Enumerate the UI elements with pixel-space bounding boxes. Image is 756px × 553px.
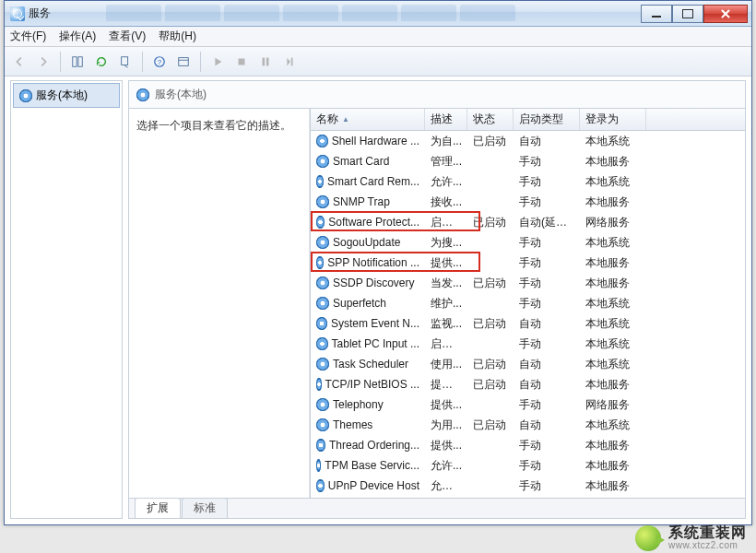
service-row[interactable]: UPnP Device Host允许 ...手动本地服务 [311,476,745,496]
gear-icon [136,88,149,101]
service-row[interactable]: Tablet PC Input ...启用 ...手动本地系统 [311,334,745,354]
menu-file[interactable]: 文件(F) [10,29,46,44]
gear-icon [316,195,329,208]
column-description[interactable]: 描述 [425,109,467,130]
service-row[interactable]: Themes为用...已启动自动本地系统 [311,415,745,435]
service-description: 启用 ... [425,336,467,352]
back-button [8,51,30,73]
service-row[interactable]: SNMP Trap接收...手动本地服务 [311,192,745,212]
service-row[interactable]: SogouUpdate为搜...手动本地系统 [311,232,745,253]
service-startup: 手动 [514,174,580,190]
service-startup: 自动 [514,418,580,433]
service-startup: 手动 [514,154,580,170]
svg-rect-0 [73,56,77,66]
service-name: Software Protect... [328,216,419,229]
service-row[interactable]: Task Scheduler使用...已启动自动本地系统 [311,354,745,374]
navigation-pane[interactable]: 服务(本地) [10,80,123,519]
titlebar[interactable]: 服务 [5,1,751,27]
list-header[interactable]: 名称▲ 描述 状态 启动类型 登录为 [311,109,745,131]
service-name: TCP/IP NetBIOS ... [325,378,419,391]
service-description: 为搜... [425,235,467,251]
column-name[interactable]: 名称▲ [311,109,425,130]
detail-pane: 服务(本地) 选择一个项目来查看它的描述。 名称▲ 描述 状态 启动类型 登录为… [128,80,746,519]
service-logon: 本地服务 [580,458,646,474]
service-name: Telephony [333,398,384,411]
service-row[interactable]: Thread Ordering...提供...手动本地服务 [311,435,745,455]
minimize-button[interactable] [641,5,672,23]
detail-header: 服务(本地) [129,81,745,109]
show-hide-tree-button[interactable] [66,51,89,73]
service-startup: 自动 [514,316,580,332]
description-pane: 选择一个项目来查看它的描述。 [129,109,310,498]
service-name: Shell Hardware ... [332,135,419,147]
svg-rect-9 [266,57,269,65]
service-row[interactable]: TCP/IP NetBIOS ...提供 ...已启动自动本地服务 [311,374,745,394]
services-list[interactable]: 名称▲ 描述 状态 启动类型 登录为 Shell Hardware ...为自.… [310,109,745,498]
service-status: 已启动 [467,316,514,332]
menu-view[interactable]: 查看(V) [109,29,146,44]
export-list-button[interactable] [114,51,136,73]
service-row[interactable]: User Profile Serv...此服...已启动自动本地系统 [311,496,745,498]
menu-help[interactable]: 帮助(H) [159,29,196,44]
service-row[interactable]: Smart Card管理...手动本地服务 [311,151,745,171]
service-description: 提供... [425,438,467,453]
gear-icon [316,337,328,350]
gear-icon [316,479,325,492]
gear-icon [316,216,325,229]
service-logon: 本地系统 [580,134,646,149]
service-description: 为用... [425,418,467,433]
properties-button[interactable] [172,51,195,73]
service-row[interactable]: Software Protect...启用 ...已启动自动(延迟...网络服务 [311,212,745,232]
service-logon: 本地服务 [580,438,646,453]
service-row[interactable]: SSDP Discovery当发...已启动手动本地服务 [311,273,745,293]
list-rows[interactable]: Shell Hardware ...为自...已启动自动本地系统Smart Ca… [311,131,745,498]
service-name: Thread Ordering... [329,439,419,452]
column-status[interactable]: 状态 [467,109,514,130]
service-status: 已启动 [467,134,514,149]
service-logon: 本地系统 [580,235,646,251]
watermark-brand: 系统重装网 [668,525,747,541]
view-tabs: 扩展 标准 [129,498,745,518]
gear-icon [316,378,322,391]
service-logon: 本地服务 [580,377,646,393]
service-row[interactable]: Shell Hardware ...为自...已启动自动本地系统 [311,131,745,151]
service-logon: 本地服务 [580,255,646,271]
gear-icon [316,358,329,371]
svg-text:?: ? [158,57,162,65]
service-name: Superfetch [333,297,386,310]
nav-services-local[interactable]: 服务(本地) [13,83,120,108]
service-row[interactable]: Telephony提供...手动网络服务 [311,394,745,415]
close-button[interactable] [703,5,748,23]
service-logon: 本地服务 [580,478,646,494]
svg-rect-8 [263,57,266,65]
tab-extended[interactable]: 扩展 [135,498,181,518]
service-logon: 本地系统 [580,357,646,372]
maximize-button[interactable] [672,5,703,23]
service-logon: 网络服务 [580,397,646,413]
service-startup: 手动 [514,397,580,413]
toolbar: ? [5,47,751,76]
service-description: 提供 ... [425,377,467,393]
column-logon-as[interactable]: 登录为 [580,109,646,130]
background-tabs-ghost [106,5,515,21]
service-logon: 本地系统 [580,174,646,190]
service-startup: 手动 [514,336,580,352]
column-startup-type[interactable]: 启动类型 [514,109,580,130]
gear-icon [316,418,329,431]
detail-body: 选择一个项目来查看它的描述。 名称▲ 描述 状态 启动类型 登录为 Shell … [129,109,745,498]
service-row[interactable]: SPP Notification ...提供...手动本地服务 [311,253,745,273]
service-row[interactable]: Smart Card Rem...允许...手动本地系统 [311,171,745,192]
service-description: 维护... [425,296,467,312]
service-row[interactable]: System Event N...监视...已启动自动本地系统 [311,313,745,334]
service-startup: 手动 [514,458,580,474]
tab-standard[interactable]: 标准 [182,498,228,518]
refresh-button[interactable] [90,51,112,73]
help-button[interactable]: ? [148,51,171,73]
service-status: 已启动 [467,215,514,230]
service-row[interactable]: TPM Base Servic...允许...手动本地服务 [311,455,745,476]
menu-action[interactable]: 操作(A) [59,29,96,44]
gear-icon [316,276,329,289]
service-row[interactable]: Superfetch维护...手动本地系统 [311,293,745,313]
service-description: 监视... [425,316,467,332]
service-description: 提供... [425,397,467,413]
